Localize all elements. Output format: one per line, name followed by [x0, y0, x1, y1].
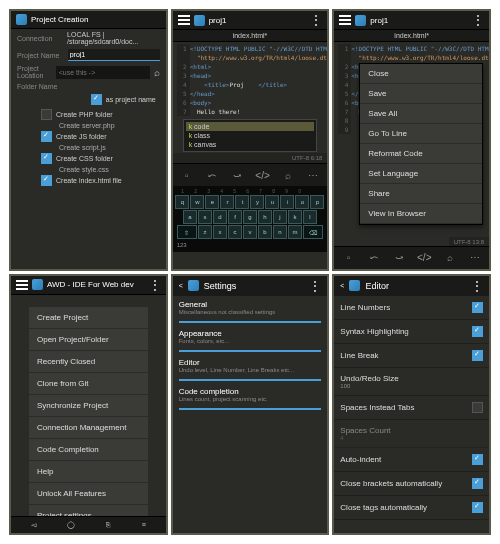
suggest-item[interactable]: k code [186, 122, 315, 131]
key-c[interactable]: c [228, 225, 242, 239]
editor-setting-row[interactable]: Spaces Count4 [334, 420, 489, 448]
menu-clone-from-git[interactable]: Clone from Git [29, 373, 148, 395]
ctx-share[interactable]: Share [360, 184, 482, 204]
shift-key[interactable]: ⇧ [177, 225, 197, 239]
key-q[interactable]: q [175, 195, 189, 209]
key-i[interactable]: i [280, 195, 294, 209]
file-tab[interactable]: index.html* [173, 30, 328, 42]
file-tab[interactable]: index.html* [334, 30, 489, 42]
hamburger-icon[interactable] [16, 280, 28, 290]
ctx-reformat-code[interactable]: Reformat Code [360, 144, 482, 164]
menu-help[interactable]: Help [29, 461, 148, 483]
ctx-view-in-browser[interactable]: View In Browser [360, 204, 482, 224]
key-y[interactable]: y [250, 195, 264, 209]
key-s[interactable]: s [198, 210, 212, 224]
settings-section[interactable]: AppearanceFonts, colors, etc... [173, 325, 328, 348]
key-u[interactable]: u [265, 195, 279, 209]
keyboard-mode[interactable]: 123 [175, 240, 326, 250]
key-v[interactable]: v [243, 225, 257, 239]
menu-unlock-all-features[interactable]: Unlock All Features [29, 483, 148, 505]
overflow-menu-icon[interactable]: ⋮ [309, 280, 321, 292]
setting-checkbox[interactable] [472, 350, 483, 361]
menu-code-completion[interactable]: Code Completion [29, 439, 148, 461]
menu-synchronize-project[interactable]: Synchronize Project [29, 395, 148, 417]
key-b[interactable]: b [258, 225, 272, 239]
overflow-menu-icon[interactable]: ⋮ [472, 14, 484, 26]
menu-recently-closed[interactable]: Recently Closed [29, 351, 148, 373]
redo-icon[interactable]: ⤻ [229, 167, 245, 183]
key-j[interactable]: j [273, 210, 287, 224]
code-editor[interactable]: 1<!DOCTYPE HTML PUBLIC "-//W3C//DTD HTML… [173, 42, 328, 118]
key-t[interactable]: t [235, 195, 249, 209]
undo-icon[interactable]: ⤺ [204, 167, 220, 183]
as-project-name-checkbox[interactable] [91, 94, 102, 105]
code-icon[interactable]: </> [255, 167, 271, 183]
suggest-item[interactable]: k canvas [186, 140, 315, 149]
overflow-menu-icon[interactable]: ⋮ [471, 280, 483, 292]
ctx-save[interactable]: Save [360, 84, 482, 104]
editor-setting-row[interactable]: Line Numbers [334, 296, 489, 320]
setting-checkbox[interactable] [472, 326, 483, 337]
editor-setting-row[interactable]: Syntax Highlighting [334, 320, 489, 344]
key-h[interactable]: h [258, 210, 272, 224]
key-p[interactable]: p [310, 195, 324, 209]
settings-section[interactable]: GeneralMiscellaneous not classified sett… [173, 296, 328, 319]
key-f[interactable]: f [228, 210, 242, 224]
key-d[interactable]: d [213, 210, 227, 224]
setting-checkbox[interactable] [472, 478, 483, 489]
editor-setting-row[interactable]: Line Break [334, 344, 489, 368]
settings-section[interactable]: EditorUndo level, Line Number, Line Brea… [173, 354, 328, 377]
editor-setting-row[interactable]: Undo/Redo Size100 [334, 368, 489, 396]
save-icon[interactable]: ▫ [340, 250, 356, 266]
search-icon[interactable]: ⌕ [280, 167, 296, 183]
back-icon[interactable]: < [179, 282, 183, 289]
key-k[interactable]: k [288, 210, 302, 224]
key-a[interactable]: a [183, 210, 197, 224]
suggest-item[interactable]: k class [186, 131, 315, 140]
overflow-menu-icon[interactable]: ⋮ [310, 14, 322, 26]
key-m[interactable]: m [288, 225, 302, 239]
key-e[interactable]: e [205, 195, 219, 209]
key-n[interactable]: n [273, 225, 287, 239]
editor-setting-row[interactable]: Spaces Instead Tabs [334, 396, 489, 420]
save-icon[interactable]: ▫ [179, 167, 195, 183]
ctx-save-all[interactable]: Save All [360, 104, 482, 124]
key-x[interactable]: x [213, 225, 227, 239]
home-icon[interactable]: ◯ [67, 521, 75, 529]
project-location-input[interactable] [56, 66, 150, 79]
code-icon[interactable]: </> [416, 250, 432, 266]
menu-create-project[interactable]: Create Project [29, 307, 148, 329]
menu-connection-management[interactable]: Connection Management [29, 417, 148, 439]
backspace-key[interactable]: ⌫ [303, 225, 323, 239]
setting-checkbox[interactable] [472, 402, 483, 413]
back-icon[interactable]: ◅ [31, 521, 36, 529]
undo-icon[interactable]: ⤺ [366, 250, 382, 266]
ctx-go-to-line[interactable]: Go To Line [360, 124, 482, 144]
search-icon[interactable]: ⌕ [442, 250, 458, 266]
setting-checkbox[interactable] [472, 302, 483, 313]
menu-icon[interactable]: ≡ [142, 521, 146, 529]
key-r[interactable]: r [220, 195, 234, 209]
more-icon[interactable]: ⋯ [467, 250, 483, 266]
search-icon[interactable]: ⌕ [154, 67, 160, 78]
back-icon[interactable]: < [340, 282, 344, 289]
folder-checkbox[interactable] [41, 131, 52, 142]
overflow-menu-icon[interactable]: ⋮ [149, 279, 161, 291]
editor-setting-row[interactable]: Close brackets automatically [334, 472, 489, 496]
recent-icon[interactable]: ⎘ [106, 521, 110, 529]
key-w[interactable]: w [190, 195, 204, 209]
project-name-input[interactable] [68, 49, 160, 61]
editor-setting-row[interactable]: Auto-indent [334, 448, 489, 472]
ctx-close[interactable]: Close [360, 64, 482, 84]
more-icon[interactable]: ⋯ [305, 167, 321, 183]
folder-checkbox[interactable] [41, 153, 52, 164]
key-l[interactable]: l [303, 210, 317, 224]
setting-checkbox[interactable] [472, 502, 483, 513]
editor-setting-row[interactable]: Close tags automatically [334, 496, 489, 520]
hamburger-icon[interactable] [178, 15, 190, 25]
key-z[interactable]: z [198, 225, 212, 239]
key-o[interactable]: o [295, 195, 309, 209]
folder-checkbox[interactable] [41, 175, 52, 186]
setting-checkbox[interactable] [472, 454, 483, 465]
hamburger-icon[interactable] [339, 15, 351, 25]
